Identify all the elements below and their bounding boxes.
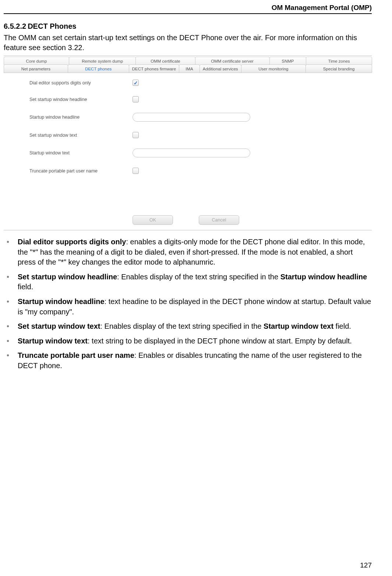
checkbox-set-startup-window-headline[interactable] [133,96,139,102]
tab-user-monitoring[interactable]: User monitoring [241,64,306,73]
label-dial-editor-digits-only: Dial editor supports digits only [29,80,133,85]
bullet-set-startup-window-text: Set startup window text: Enables display… [4,321,372,332]
button-row: OK Cancel [4,213,372,230]
tab-strip-bottom: Net parameters DECT phones DECT phones f… [4,64,372,73]
tab-strip-top: Core dump Remote system dump OMM certifi… [4,57,372,65]
row-startup-window-text: Startup window text [29,149,361,157]
header-rule [4,13,372,14]
ok-button[interactable]: OK [133,215,173,225]
page-number: 127 [360,561,372,569]
bullet-startup-window-text: Startup window text: text string to be d… [4,336,372,346]
input-startup-window-text[interactable] [133,149,250,157]
label-startup-window-text: Startup window text [29,150,133,156]
page-header: OM Management Portal (OMP) [4,4,372,12]
bullet-list: Dial editor supports digits only: enable… [4,237,372,371]
tab-net-parameters[interactable]: Net parameters [4,64,68,73]
tab-omm-certificate[interactable]: OMM certificate [135,57,195,65]
tab-omm-certificate-server[interactable]: OMM certificate server [195,57,270,65]
row-set-startup-window-headline: Set startup window headline [29,96,361,102]
checkbox-truncate-portable-part-user-name[interactable] [133,168,139,174]
form-area: Dial editor supports digits only Set sta… [4,73,372,213]
tab-dect-phones-firmware[interactable]: DECT phones firmware [129,64,179,73]
row-set-startup-window-text: Set startup window text [29,132,361,138]
bullet-truncate-portable-part-user-name: Truncate portable part user name: Enable… [4,350,372,371]
tab-dect-phones[interactable]: DECT phones [68,64,129,73]
label-set-startup-window-text: Set startup window text [29,133,133,138]
row-truncate-portable-part-user-name: Truncate portable part user name [29,168,361,174]
intro-paragraph: The OMM can set certain start-up text se… [4,33,372,53]
section-heading: 6.5.2.2DECT Phones [4,22,372,31]
label-truncate-portable-part-user-name: Truncate portable part user name [29,168,133,174]
bullet-set-startup-window-headline: Set startup window headline: Enables dis… [4,272,372,292]
label-set-startup-window-headline: Set startup window headline [29,97,133,102]
tab-time-zones[interactable]: Time zones [306,57,372,65]
label-startup-window-headline: Startup window headline [29,115,133,120]
bullet-startup-window-headline: Startup window headline: text headine to… [4,297,372,317]
row-startup-window-headline: Startup window headline [29,113,361,122]
cancel-button[interactable]: Cancel [199,215,239,225]
tab-snmp[interactable]: SNMP [269,57,306,65]
tab-core-dump[interactable]: Core dump [4,57,69,65]
checkbox-dial-editor-digits-only[interactable] [133,80,139,86]
tab-additional-services[interactable]: Additional services [199,64,241,73]
input-startup-window-headline[interactable] [133,113,250,122]
checkbox-set-startup-window-text[interactable] [133,132,139,138]
omp-screenshot: Core dump Remote system dump OMM certifi… [4,56,372,230]
row-dial-editor-digits-only: Dial editor supports digits only [29,80,361,86]
tab-special-branding[interactable]: Special branding [306,64,372,73]
section-title: DECT Phones [28,22,76,30]
tab-ima[interactable]: IMA [179,64,200,73]
tab-remote-system-dump[interactable]: Remote system dump [69,57,136,65]
section-number: 6.5.2.2 [4,22,26,30]
bullet-dial-editor: Dial editor supports digits only: enable… [4,237,372,268]
